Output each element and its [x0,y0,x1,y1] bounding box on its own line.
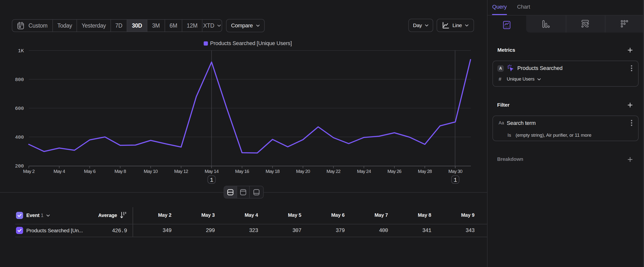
svg-text:May 28: May 28 [418,169,432,174]
svg-text:May 30: May 30 [448,169,462,174]
svg-text:May 12: May 12 [174,169,188,174]
svg-text:May 4: May 4 [54,169,65,174]
svg-text:May 6: May 6 [84,169,96,174]
svg-text:May 14: May 14 [205,169,219,174]
svg-text:May 24: May 24 [357,169,371,174]
svg-text:May 18: May 18 [266,169,280,174]
svg-text:May 22: May 22 [326,169,340,174]
svg-text:1K: 1K [18,48,24,54]
svg-text:May 26: May 26 [388,169,402,174]
svg-text:May 8: May 8 [114,169,126,174]
svg-text:1: 1 [454,177,457,183]
svg-text:May 10: May 10 [144,169,158,174]
svg-text:1: 1 [210,177,213,183]
svg-text:May 2: May 2 [23,169,35,174]
svg-text:May 20: May 20 [296,169,310,174]
svg-text:400: 400 [15,134,24,140]
svg-text:May 16: May 16 [235,169,249,174]
svg-text:800: 800 [15,77,24,83]
svg-text:600: 600 [15,106,24,111]
svg-text:200: 200 [15,163,24,169]
